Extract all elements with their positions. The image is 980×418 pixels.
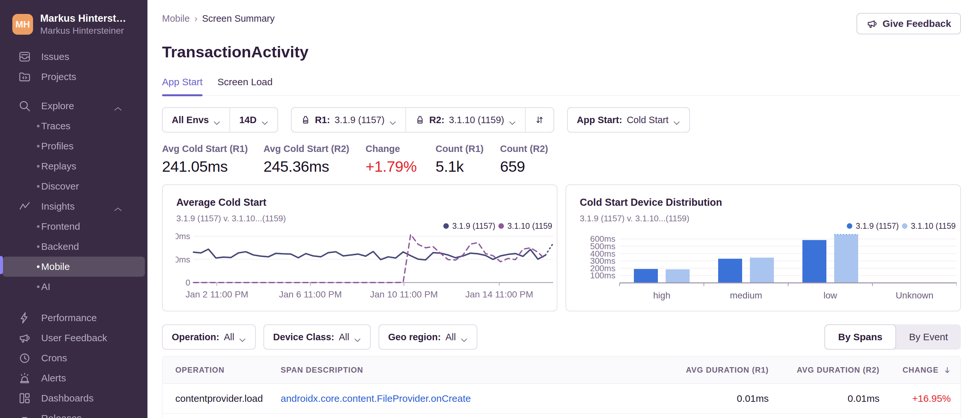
sidebar-item-label: Insights [41,201,75,212]
sidebar-nav: Issues Projects Explore Traces Profiles … [0,47,148,418]
chevron-up-icon[interactable] [114,203,122,209]
sidebar-item-label: Mobile [41,261,70,272]
chevron-right-icon: › [194,13,197,24]
geo-region-filter[interactable]: Geo region: All [379,325,477,349]
cell-span-description-link[interactable]: androidx.core.content.FileProvider.onCre… [281,393,661,404]
svg-text:medium: medium [730,290,762,300]
siren-icon [18,371,32,385]
dashboards-icon [18,391,32,405]
sidebar-item-label: Explore [41,100,74,111]
chart-legend: 3.1.9 (1157) 3.1.10 (1159 [443,221,552,231]
give-feedback-label: Give Feedback [883,18,951,29]
release-r2-value: 3.1.10 (1159) [449,115,504,126]
release-r2-selector[interactable]: R2: 3.1.10 (1159) [406,108,525,132]
sidebar-item-ai[interactable]: AI [3,277,145,297]
date-range-label: 14D [239,115,256,126]
chart-title: Average Cold Start [176,197,266,208]
chart-subtitle: 3.1.9 (1157) v. 3.1.10...(1159) [580,213,689,224]
sidebar-item-profiles[interactable]: Profiles [3,136,145,156]
col-avg-duration-r2[interactable]: AVG DURATION (R2) [769,366,880,375]
date-range-filter[interactable]: 14D [229,108,277,132]
line-chart[interactable]: 400ms200ms0Jan 2 11:00 PMJan 6 11:00 PMJ… [176,230,553,312]
sidebar-item-label: AI [41,281,50,292]
svg-text:high: high [653,290,670,300]
col-operation[interactable]: OPERATION [162,366,281,375]
device-distribution-chart-card: Cold Start Device Distribution 3.1.9 (11… [565,184,961,312]
sidebar-item-label: Issues [41,51,69,62]
svg-text:Jan 10 11:00 PM: Jan 10 11:00 PM [370,289,438,299]
sidebar-item-alerts[interactable]: Alerts [3,368,145,388]
env-date-filter-group: All Envs 14D [162,107,278,132]
stat-count-r1: Count (R1) 5.1k [436,143,500,175]
sidebar-item-performance[interactable]: Performance [3,308,145,328]
operation-filter[interactable]: Operation: All [163,325,255,349]
chart-subtitle: 3.1.9 (1157) v. 3.1.10...(1159) [176,213,286,224]
col-change[interactable]: CHANGE [880,366,961,375]
table-header: OPERATION SPAN DESCRIPTION AVG DURATION … [162,356,961,384]
table-row[interactable]: contentprovider.load androidx.core.conte… [162,384,961,413]
toggle-by-event[interactable]: By Event [896,324,961,350]
chevron-up-icon[interactable] [114,103,122,109]
operation-filter-label: Operation: [172,332,220,342]
breadcrumb-current: Screen Summary [202,13,275,24]
col-span-description[interactable]: SPAN DESCRIPTION [281,366,661,375]
main-content: Mobile › Screen Summary Give Feedback Tr… [148,0,980,418]
stat-value: 659 [500,157,571,175]
sidebar-item-label: User Feedback [41,332,107,343]
sort-descending-icon [944,367,951,374]
swap-vertical-icon [535,115,544,125]
avatar: MH [12,14,33,35]
sidebar-item-label: Discover [41,181,79,192]
tab-screen-load[interactable]: Screen Load [218,76,272,95]
sidebar-item-dashboards[interactable]: Dashboards [3,388,145,408]
sidebar-item-insights[interactable]: Insights [3,196,145,216]
pulse-icon [18,200,32,213]
device-class-filter[interactable]: Device Class: All [264,325,370,349]
breadcrumb-mobile[interactable]: Mobile [162,13,189,24]
cell-operation: contentprovider.load [162,393,281,404]
megaphone-icon [866,18,878,30]
col-avg-duration-r1[interactable]: AVG DURATION (R1) [661,366,769,375]
chevron-down-icon [354,334,361,340]
bar-chart[interactable]: 100ms200ms300ms400ms500ms600mshighmedium… [579,230,957,312]
user-name: Markus Hintersteiner [40,25,126,36]
sidebar-item-backend[interactable]: Backend [3,237,145,257]
sidebar-item-issues[interactable]: Issues [3,47,145,67]
sidebar-item-mobile[interactable]: Mobile [3,257,145,277]
environment-filter[interactable]: All Envs [163,108,229,132]
chevron-down-icon [239,334,246,340]
stat-value: 245.36ms [264,157,366,175]
tab-app-start[interactable]: App Start [162,76,202,95]
operation-filter-value: All [224,332,234,342]
org-switcher[interactable]: MH Markus Hinterst… Markus Hintersteiner [0,0,148,35]
sidebar-item-label: Performance [41,312,97,323]
stat-value: +1.79% [366,157,436,175]
release-icon [301,115,310,125]
sidebar-item-frontend[interactable]: Frontend [3,216,145,237]
sidebar-item-user-feedback[interactable]: User Feedback [3,328,145,348]
app-start-type-filter[interactable]: App Start: Cold Start [568,108,689,132]
sidebar-item-traces[interactable]: Traces [3,116,145,136]
svg-text:Jan 14 11:00 PM: Jan 14 11:00 PM [465,289,533,299]
sidebar-item-replays[interactable]: Replays [3,156,145,176]
sidebar-item-crons[interactable]: Crons [3,348,145,368]
filter-row: All Envs 14D R1: 3.1.9 (1157) R2: 3.1.10… [162,107,961,132]
release-r1-selector[interactable]: R1: 3.1.9 (1157) [292,108,406,132]
sidebar-item-label: Dashboards [41,393,94,404]
release-r1-value: 3.1.9 (1157) [334,115,384,126]
chevron-down-icon [509,117,516,122]
chevron-down-icon [261,117,268,122]
sidebar-item-projects[interactable]: Projects [3,67,145,87]
toggle-by-spans[interactable]: By Spans [824,324,896,350]
release-r2-label: R2: [430,115,445,126]
app-start-type-group: App Start: Cold Start [567,107,690,132]
span-filter-row: Operation: All Device Class: All Geo reg… [162,324,961,350]
svg-text:low: low [824,290,837,300]
swap-releases-button[interactable] [525,108,554,132]
sidebar-item-discover[interactable]: Discover [3,176,145,196]
give-feedback-button[interactable]: Give Feedback [856,13,961,34]
page-title: TransactionActivity [162,43,961,61]
view-toggle: By Spans By Event [824,324,961,350]
sidebar-item-releases[interactable]: Releases [3,408,145,418]
sidebar-item-explore[interactable]: Explore [3,96,145,116]
